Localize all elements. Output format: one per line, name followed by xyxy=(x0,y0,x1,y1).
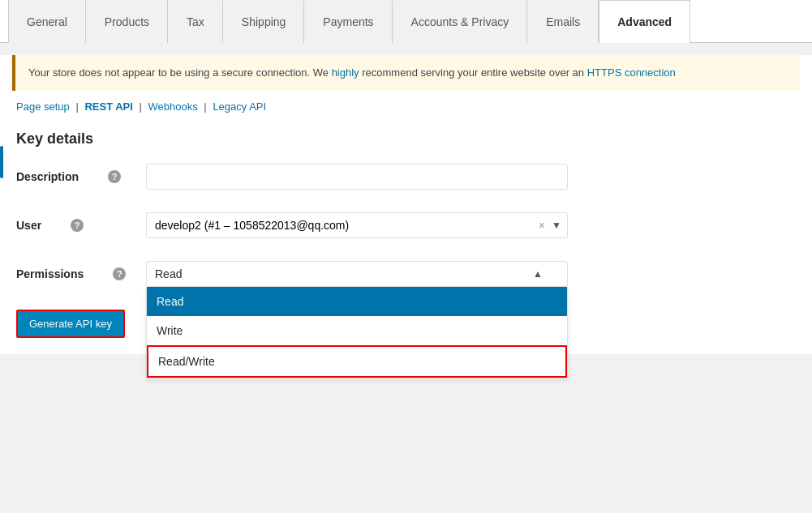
subnav-page-setup[interactable]: Page setup xyxy=(16,100,70,113)
content-area: Your store does not appear to be using a… xyxy=(0,55,812,354)
tabs-bar: General Products Tax Shipping Payments A… xyxy=(0,0,812,43)
user-row: User ? × ▼ xyxy=(16,212,796,238)
permissions-dropdown: Read Write Read/Write xyxy=(146,287,568,378)
tab-accounts-privacy[interactable]: Accounts & Privacy xyxy=(393,0,528,43)
user-clear-button[interactable]: × xyxy=(539,219,545,232)
separator-2: | xyxy=(140,100,142,113)
separator-1: | xyxy=(75,100,78,113)
description-row: Description ? xyxy=(16,164,796,190)
tab-shipping[interactable]: Shipping xyxy=(223,0,305,43)
subnav-webhooks[interactable]: Webhooks xyxy=(148,100,198,113)
permissions-help-icon[interactable]: ? xyxy=(113,267,126,280)
user-select[interactable] xyxy=(146,212,568,238)
user-help-icon[interactable]: ? xyxy=(71,219,84,232)
permissions-container: Read ▲ Read Write Read/Write xyxy=(146,261,568,287)
description-label: Description ? xyxy=(16,164,146,183)
permissions-current-value: Read xyxy=(155,267,182,280)
user-label: User ? xyxy=(16,212,146,232)
permissions-field: Read ▲ Read Write Read/Write xyxy=(146,261,568,287)
page-container: General Products Tax Shipping Payments A… xyxy=(0,0,812,513)
description-input[interactable] xyxy=(146,164,568,190)
user-select-wrapper: × ▼ xyxy=(146,212,568,238)
https-link[interactable]: HTTPS connection xyxy=(587,66,676,79)
tab-payments[interactable]: Payments xyxy=(304,0,392,43)
permissions-arrow-icon: ▲ xyxy=(533,268,543,280)
scrollbar xyxy=(0,146,3,178)
tab-tax[interactable]: Tax xyxy=(168,0,223,43)
permissions-label: Permissions ? xyxy=(16,261,146,280)
subnav-legacy-api[interactable]: Legacy API xyxy=(213,100,266,113)
permissions-row: Permissions ? Read ▲ Read Write Read/Wri… xyxy=(16,261,796,287)
warning-text: Your store does not appear to be using a… xyxy=(28,66,676,79)
tab-advanced[interactable]: Advanced xyxy=(599,0,690,43)
description-help-icon[interactable]: ? xyxy=(108,170,121,183)
permissions-trigger[interactable]: Read ▲ xyxy=(146,261,568,287)
permissions-option-read[interactable]: Read xyxy=(147,287,567,316)
permissions-option-read-write[interactable]: Read/Write xyxy=(147,345,567,378)
tab-general[interactable]: General xyxy=(8,0,86,43)
separator-3: | xyxy=(204,100,206,113)
permissions-option-write[interactable]: Write xyxy=(147,316,567,345)
section-title: Key details xyxy=(16,130,796,147)
main-content: Key details Description ? User ? xyxy=(0,122,812,354)
description-field xyxy=(146,164,568,190)
generate-api-key-button[interactable]: Generate API key xyxy=(16,310,125,338)
sub-nav: Page setup | REST API | Webhooks | Legac… xyxy=(0,91,812,122)
subnav-rest-api[interactable]: REST API xyxy=(84,100,132,113)
tab-products[interactable]: Products xyxy=(86,0,168,43)
warning-banner: Your store does not appear to be using a… xyxy=(12,55,800,91)
user-field: × ▼ xyxy=(146,212,568,238)
tab-emails[interactable]: Emails xyxy=(527,0,599,43)
